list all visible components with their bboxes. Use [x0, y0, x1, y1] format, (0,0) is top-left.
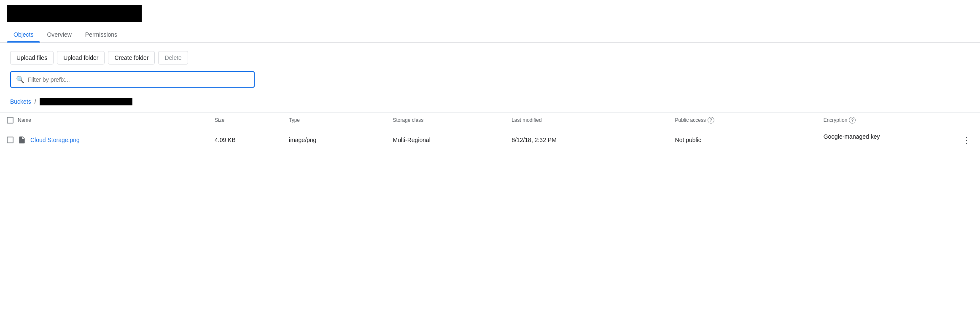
- toolbar: Upload files Upload folder Create folder…: [0, 43, 980, 71]
- breadcrumb-buckets-link[interactable]: Buckets: [10, 98, 31, 105]
- col-header-encryption: Encryption ?: [817, 113, 980, 128]
- col-header-size: Size: [208, 113, 282, 128]
- upload-folder-button[interactable]: Upload folder: [57, 51, 105, 64]
- col-header-public-access: Public access ?: [668, 113, 817, 128]
- search-container: 🔍: [0, 71, 980, 94]
- breadcrumb-separator: /: [35, 98, 36, 105]
- tab-permissions[interactable]: Permissions: [78, 27, 124, 42]
- delete-button[interactable]: Delete: [158, 51, 188, 64]
- breadcrumb-current-bucket: [40, 98, 132, 105]
- file-name[interactable]: Cloud Storage.png: [30, 137, 80, 143]
- search-box: 🔍: [10, 71, 255, 88]
- row-more-menu-button[interactable]: ⋮: [960, 133, 973, 147]
- upload-files-button[interactable]: Upload files: [10, 51, 54, 64]
- tab-objects[interactable]: Objects: [7, 27, 40, 42]
- tab-bar: Objects Overview Permissions: [0, 27, 980, 43]
- col-header-last-modified: Last modified: [505, 113, 668, 128]
- table-header-row: Name Size Type Storage class Last modifi…: [0, 113, 980, 128]
- breadcrumb: Buckets /: [0, 94, 980, 112]
- col-header-storage-class: Storage class: [386, 113, 505, 128]
- cell-name: Cloud Storage.png: [0, 128, 208, 152]
- cell-storage-class: Multi-Regional: [386, 128, 505, 152]
- col-header-checkbox: Name: [0, 113, 208, 128]
- cell-last-modified: 8/12/18, 2:32 PM: [505, 128, 668, 152]
- select-all-checkbox[interactable]: [7, 117, 13, 124]
- cell-public-access: Not public: [668, 128, 817, 152]
- encryption-help-icon[interactable]: ?: [849, 117, 856, 124]
- cell-encryption: Google-managed key ⋮: [817, 128, 980, 152]
- col-header-name: Name: [18, 117, 31, 123]
- col-header-type: Type: [282, 113, 386, 128]
- file-table: Name Size Type Storage class Last modifi…: [0, 113, 980, 152]
- table-row: Cloud Storage.png 4.09 KB image/png Mult…: [0, 128, 980, 152]
- header-redacted-bar: [7, 5, 142, 22]
- tab-overview[interactable]: Overview: [40, 27, 78, 42]
- cell-size: 4.09 KB: [208, 128, 282, 152]
- file-icon: [18, 136, 26, 144]
- search-input[interactable]: [28, 76, 249, 83]
- search-icon: 🔍: [16, 75, 24, 83]
- row-checkbox[interactable]: [7, 137, 13, 143]
- public-access-help-icon[interactable]: ?: [708, 117, 714, 124]
- create-folder-button[interactable]: Create folder: [108, 51, 155, 64]
- cell-type: image/png: [282, 128, 386, 152]
